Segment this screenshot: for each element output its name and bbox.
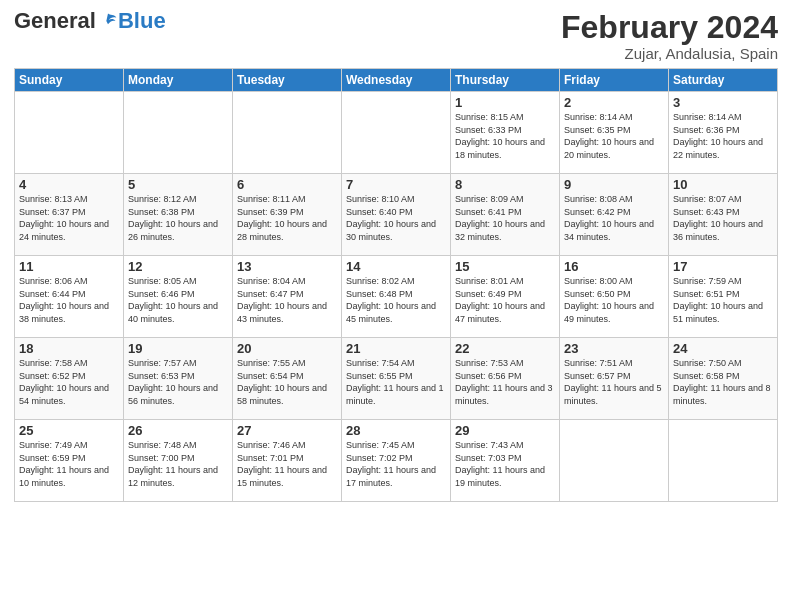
day-info: Sunrise: 7:57 AM Sunset: 6:53 PM Dayligh…	[128, 357, 228, 407]
table-row: 3Sunrise: 8:14 AM Sunset: 6:36 PM Daylig…	[669, 92, 778, 174]
day-number: 18	[19, 341, 119, 356]
table-row: 29Sunrise: 7:43 AM Sunset: 7:03 PM Dayli…	[451, 420, 560, 502]
day-number: 21	[346, 341, 446, 356]
table-row: 25Sunrise: 7:49 AM Sunset: 6:59 PM Dayli…	[15, 420, 124, 502]
day-info: Sunrise: 8:05 AM Sunset: 6:46 PM Dayligh…	[128, 275, 228, 325]
col-thursday: Thursday	[451, 69, 560, 92]
day-info: Sunrise: 8:11 AM Sunset: 6:39 PM Dayligh…	[237, 193, 337, 243]
table-row	[669, 420, 778, 502]
table-row: 17Sunrise: 7:59 AM Sunset: 6:51 PM Dayli…	[669, 256, 778, 338]
calendar-week-1: 1Sunrise: 8:15 AM Sunset: 6:33 PM Daylig…	[15, 92, 778, 174]
day-info: Sunrise: 8:00 AM Sunset: 6:50 PM Dayligh…	[564, 275, 664, 325]
day-info: Sunrise: 7:46 AM Sunset: 7:01 PM Dayligh…	[237, 439, 337, 489]
logo-bird-icon	[98, 11, 118, 31]
title-block: February 2024 Zujar, Andalusia, Spain	[561, 10, 778, 62]
table-row: 16Sunrise: 8:00 AM Sunset: 6:50 PM Dayli…	[560, 256, 669, 338]
logo-blue-text: Blue	[118, 10, 166, 32]
day-info: Sunrise: 7:59 AM Sunset: 6:51 PM Dayligh…	[673, 275, 773, 325]
col-monday: Monday	[124, 69, 233, 92]
table-row	[15, 92, 124, 174]
calendar-week-3: 11Sunrise: 8:06 AM Sunset: 6:44 PM Dayli…	[15, 256, 778, 338]
table-row: 18Sunrise: 7:58 AM Sunset: 6:52 PM Dayli…	[15, 338, 124, 420]
day-info: Sunrise: 8:13 AM Sunset: 6:37 PM Dayligh…	[19, 193, 119, 243]
table-row: 22Sunrise: 7:53 AM Sunset: 6:56 PM Dayli…	[451, 338, 560, 420]
table-row: 15Sunrise: 8:01 AM Sunset: 6:49 PM Dayli…	[451, 256, 560, 338]
col-wednesday: Wednesday	[342, 69, 451, 92]
day-number: 1	[455, 95, 555, 110]
day-info: Sunrise: 7:45 AM Sunset: 7:02 PM Dayligh…	[346, 439, 446, 489]
day-info: Sunrise: 8:10 AM Sunset: 6:40 PM Dayligh…	[346, 193, 446, 243]
day-info: Sunrise: 7:54 AM Sunset: 6:55 PM Dayligh…	[346, 357, 446, 407]
table-row: 27Sunrise: 7:46 AM Sunset: 7:01 PM Dayli…	[233, 420, 342, 502]
day-number: 17	[673, 259, 773, 274]
table-row: 28Sunrise: 7:45 AM Sunset: 7:02 PM Dayli…	[342, 420, 451, 502]
table-row	[560, 420, 669, 502]
calendar-header-row: Sunday Monday Tuesday Wednesday Thursday…	[15, 69, 778, 92]
day-number: 28	[346, 423, 446, 438]
table-row: 10Sunrise: 8:07 AM Sunset: 6:43 PM Dayli…	[669, 174, 778, 256]
day-info: Sunrise: 8:04 AM Sunset: 6:47 PM Dayligh…	[237, 275, 337, 325]
day-number: 4	[19, 177, 119, 192]
table-row: 12Sunrise: 8:05 AM Sunset: 6:46 PM Dayli…	[124, 256, 233, 338]
day-info: Sunrise: 8:01 AM Sunset: 6:49 PM Dayligh…	[455, 275, 555, 325]
day-number: 15	[455, 259, 555, 274]
col-saturday: Saturday	[669, 69, 778, 92]
calendar-week-5: 25Sunrise: 7:49 AM Sunset: 6:59 PM Dayli…	[15, 420, 778, 502]
day-info: Sunrise: 7:48 AM Sunset: 7:00 PM Dayligh…	[128, 439, 228, 489]
day-number: 8	[455, 177, 555, 192]
day-info: Sunrise: 7:49 AM Sunset: 6:59 PM Dayligh…	[19, 439, 119, 489]
day-info: Sunrise: 8:06 AM Sunset: 6:44 PM Dayligh…	[19, 275, 119, 325]
table-row: 13Sunrise: 8:04 AM Sunset: 6:47 PM Dayli…	[233, 256, 342, 338]
day-number: 10	[673, 177, 773, 192]
calendar-week-4: 18Sunrise: 7:58 AM Sunset: 6:52 PM Dayli…	[15, 338, 778, 420]
col-friday: Friday	[560, 69, 669, 92]
table-row	[124, 92, 233, 174]
table-row: 9Sunrise: 8:08 AM Sunset: 6:42 PM Daylig…	[560, 174, 669, 256]
day-info: Sunrise: 8:09 AM Sunset: 6:41 PM Dayligh…	[455, 193, 555, 243]
page-container: General Blue February 2024 Zujar, Andalu…	[0, 0, 792, 612]
day-info: Sunrise: 8:07 AM Sunset: 6:43 PM Dayligh…	[673, 193, 773, 243]
table-row: 24Sunrise: 7:50 AM Sunset: 6:58 PM Dayli…	[669, 338, 778, 420]
col-sunday: Sunday	[15, 69, 124, 92]
day-number: 14	[346, 259, 446, 274]
day-number: 3	[673, 95, 773, 110]
day-info: Sunrise: 8:14 AM Sunset: 6:35 PM Dayligh…	[564, 111, 664, 161]
col-tuesday: Tuesday	[233, 69, 342, 92]
table-row: 7Sunrise: 8:10 AM Sunset: 6:40 PM Daylig…	[342, 174, 451, 256]
day-info: Sunrise: 8:02 AM Sunset: 6:48 PM Dayligh…	[346, 275, 446, 325]
day-number: 9	[564, 177, 664, 192]
table-row: 23Sunrise: 7:51 AM Sunset: 6:57 PM Dayli…	[560, 338, 669, 420]
day-info: Sunrise: 8:08 AM Sunset: 6:42 PM Dayligh…	[564, 193, 664, 243]
day-number: 20	[237, 341, 337, 356]
day-number: 27	[237, 423, 337, 438]
day-number: 29	[455, 423, 555, 438]
location-subtitle: Zujar, Andalusia, Spain	[561, 45, 778, 62]
table-row: 20Sunrise: 7:55 AM Sunset: 6:54 PM Dayli…	[233, 338, 342, 420]
day-info: Sunrise: 7:58 AM Sunset: 6:52 PM Dayligh…	[19, 357, 119, 407]
day-info: Sunrise: 7:51 AM Sunset: 6:57 PM Dayligh…	[564, 357, 664, 407]
calendar-week-2: 4Sunrise: 8:13 AM Sunset: 6:37 PM Daylig…	[15, 174, 778, 256]
day-number: 25	[19, 423, 119, 438]
day-number: 23	[564, 341, 664, 356]
day-info: Sunrise: 8:12 AM Sunset: 6:38 PM Dayligh…	[128, 193, 228, 243]
day-number: 26	[128, 423, 228, 438]
day-number: 7	[346, 177, 446, 192]
header: General Blue February 2024 Zujar, Andalu…	[14, 10, 778, 62]
day-info: Sunrise: 7:53 AM Sunset: 6:56 PM Dayligh…	[455, 357, 555, 407]
table-row: 5Sunrise: 8:12 AM Sunset: 6:38 PM Daylig…	[124, 174, 233, 256]
table-row: 6Sunrise: 8:11 AM Sunset: 6:39 PM Daylig…	[233, 174, 342, 256]
table-row: 19Sunrise: 7:57 AM Sunset: 6:53 PM Dayli…	[124, 338, 233, 420]
table-row	[233, 92, 342, 174]
table-row: 21Sunrise: 7:54 AM Sunset: 6:55 PM Dayli…	[342, 338, 451, 420]
month-title: February 2024	[561, 10, 778, 45]
day-number: 24	[673, 341, 773, 356]
table-row: 4Sunrise: 8:13 AM Sunset: 6:37 PM Daylig…	[15, 174, 124, 256]
day-number: 13	[237, 259, 337, 274]
logo: General Blue	[14, 10, 166, 32]
logo-general-text: General	[14, 10, 96, 32]
calendar-table: Sunday Monday Tuesday Wednesday Thursday…	[14, 68, 778, 502]
table-row: 8Sunrise: 8:09 AM Sunset: 6:41 PM Daylig…	[451, 174, 560, 256]
day-info: Sunrise: 8:14 AM Sunset: 6:36 PM Dayligh…	[673, 111, 773, 161]
day-info: Sunrise: 7:55 AM Sunset: 6:54 PM Dayligh…	[237, 357, 337, 407]
table-row: 14Sunrise: 8:02 AM Sunset: 6:48 PM Dayli…	[342, 256, 451, 338]
